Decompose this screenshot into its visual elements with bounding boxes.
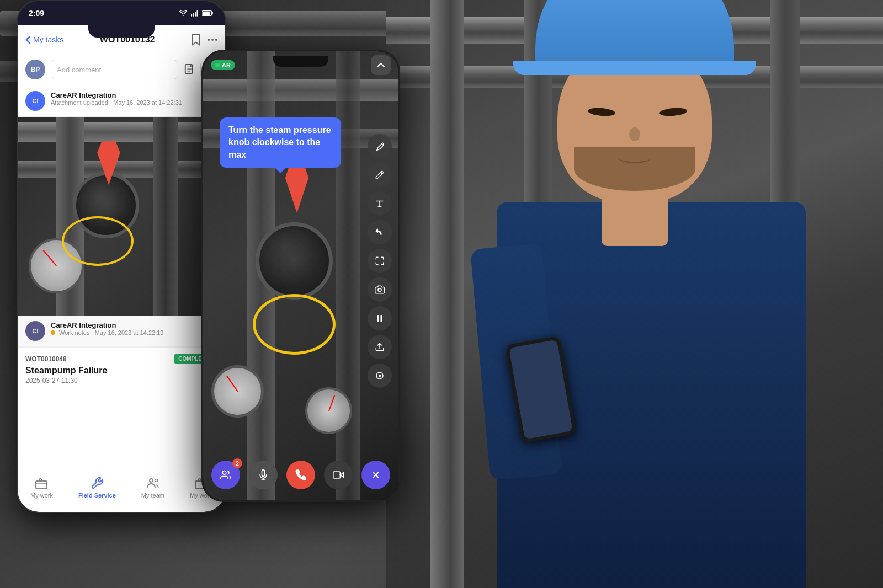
divider bbox=[200, 63, 201, 76]
ar-pipe-h1 bbox=[203, 79, 398, 101]
status-icons bbox=[179, 10, 214, 17]
activity-item-1: CI CareAR Integration Attachment uploade… bbox=[18, 85, 225, 117]
nav-item-myteam[interactable]: My team bbox=[141, 477, 164, 499]
ar-collapse-button[interactable] bbox=[371, 55, 391, 75]
worker-helmet bbox=[535, 0, 734, 70]
bookmark-icon[interactable] bbox=[191, 34, 201, 46]
ar-tooltip-text: Turn the steam pressure knob clockwise t… bbox=[228, 125, 331, 159]
svg-point-17 bbox=[150, 479, 153, 482]
work-order-spacer bbox=[18, 389, 225, 468]
phone-right: AR Turn the steam pressure knob clockwis… bbox=[201, 50, 400, 502]
undo-icon bbox=[375, 227, 385, 237]
activity-sub-2: Work notes · May 16, 2023 at 14:22:19 bbox=[51, 329, 217, 336]
nav-action-icons bbox=[191, 34, 217, 46]
arrow-annotation-left bbox=[89, 139, 128, 196]
svg-point-26 bbox=[379, 375, 381, 377]
nav-back-label: My tasks bbox=[33, 35, 63, 44]
record-icon bbox=[375, 371, 385, 381]
img-pipe-v2 bbox=[153, 117, 178, 316]
nav-label-fieldservice: Field Service bbox=[78, 492, 116, 499]
worker-helmet-brim bbox=[513, 61, 756, 75]
svg-rect-23 bbox=[377, 315, 379, 322]
wo-id-row: WOT0010048 COMPLETED bbox=[25, 354, 217, 364]
ar-valve bbox=[256, 222, 333, 300]
worker-mouth bbox=[618, 152, 651, 163]
activity-content-1: CareAR Integration Attachment uploaded ·… bbox=[51, 91, 217, 111]
svg-rect-24 bbox=[381, 315, 382, 322]
svg-point-9 bbox=[215, 39, 217, 41]
ar-right-toolbar bbox=[368, 134, 392, 388]
svg-rect-16 bbox=[36, 481, 47, 489]
ar-pause-button[interactable] bbox=[368, 306, 392, 330]
worker-eye-left bbox=[587, 107, 615, 117]
battery-icon bbox=[202, 10, 214, 17]
ar-undo-button[interactable] bbox=[368, 220, 392, 244]
activity-name-1: CareAR Integration bbox=[51, 91, 217, 99]
work-order-date: 2025-03-27 11:30 bbox=[25, 377, 217, 384]
pencil-icon bbox=[375, 170, 385, 180]
svg-rect-1 bbox=[193, 13, 194, 16]
avatar-bp-initials: BP bbox=[31, 66, 40, 73]
red-arrow-left bbox=[89, 139, 128, 194]
wrench-icon bbox=[91, 477, 104, 490]
svg-point-18 bbox=[155, 479, 157, 482]
ar-camera-tool-button[interactable] bbox=[368, 277, 392, 302]
nav-item-fieldservice[interactable]: Field Service bbox=[78, 477, 116, 499]
activity-sub-1: Attachment uploaded · May 16, 2023 at 14… bbox=[51, 99, 217, 106]
signal-icon bbox=[191, 10, 199, 17]
activity-date-2: May 16, 2023 at 14:22:19 bbox=[95, 329, 164, 336]
svg-rect-29 bbox=[333, 472, 341, 478]
participants-button[interactable]: 2 bbox=[211, 461, 240, 489]
document-icon[interactable] bbox=[184, 63, 196, 76]
nav-label-mywork1: My work bbox=[30, 492, 53, 499]
ar-pen-tool-button[interactable] bbox=[368, 134, 392, 158]
video-button[interactable] bbox=[324, 461, 353, 489]
ar-record-button[interactable] bbox=[368, 364, 392, 388]
end-call-icon bbox=[295, 469, 307, 481]
svg-point-7 bbox=[208, 39, 210, 41]
phone-notch-right bbox=[273, 56, 328, 67]
comment-input-field[interactable]: Add comment bbox=[51, 60, 178, 79]
upload-icon bbox=[375, 342, 385, 352]
microphone-icon bbox=[258, 469, 269, 480]
work-order-title: Steampump Failure bbox=[25, 366, 217, 376]
end-call-button[interactable] bbox=[286, 461, 315, 489]
resize-icon bbox=[375, 256, 385, 266]
industrial-image-left bbox=[18, 117, 225, 316]
ar-draw-tool-button[interactable] bbox=[368, 163, 392, 187]
ar-text-tool-button[interactable] bbox=[368, 191, 392, 216]
gauge-needle-1 bbox=[43, 250, 57, 266]
svg-marker-14 bbox=[97, 153, 120, 185]
ar-gauge-2 bbox=[305, 387, 352, 434]
pause-icon bbox=[375, 313, 385, 323]
close-call-button[interactable] bbox=[361, 461, 390, 489]
nav-item-mywork1[interactable]: My work bbox=[30, 477, 53, 499]
nav-back-button[interactable]: My tasks bbox=[25, 35, 63, 44]
activity-name-2: CareAR Integration bbox=[51, 321, 217, 329]
avatar-ci-1: CI bbox=[25, 91, 45, 111]
activity-item-2: CI CareAR Integration Work notes · May 1… bbox=[18, 316, 225, 347]
worker-nose bbox=[629, 127, 640, 141]
ar-upload-button[interactable] bbox=[368, 335, 392, 359]
work-order-section: WOT0010048 COMPLETED Steampump Failure 2… bbox=[18, 347, 225, 389]
svg-rect-0 bbox=[191, 14, 192, 16]
chevron-up-icon bbox=[377, 62, 385, 68]
phone-left-inner: 2:09 bbox=[18, 1, 225, 512]
people-icon bbox=[146, 477, 159, 490]
circle-annotation-left bbox=[62, 216, 134, 266]
participants-badge: 2 bbox=[232, 458, 242, 468]
more-icon[interactable] bbox=[208, 35, 217, 45]
participants-icon bbox=[220, 469, 231, 480]
nav-label-myteam: My team bbox=[141, 492, 164, 499]
phone-left-content: 2:09 bbox=[18, 1, 225, 512]
ar-gauge-1 bbox=[211, 365, 264, 418]
pen-nib-icon bbox=[375, 141, 385, 151]
comment-input-area: BP Add comment bbox=[18, 54, 225, 85]
svg-rect-3 bbox=[197, 10, 198, 17]
phone-left: 2:09 bbox=[17, 0, 226, 513]
ar-resize-tool-button[interactable] bbox=[368, 249, 392, 273]
mute-button[interactable] bbox=[249, 461, 278, 489]
status-bar-left: 2:09 bbox=[18, 1, 225, 25]
ar-badge: AR bbox=[211, 60, 235, 70]
comment-placeholder: Add comment bbox=[57, 66, 101, 74]
